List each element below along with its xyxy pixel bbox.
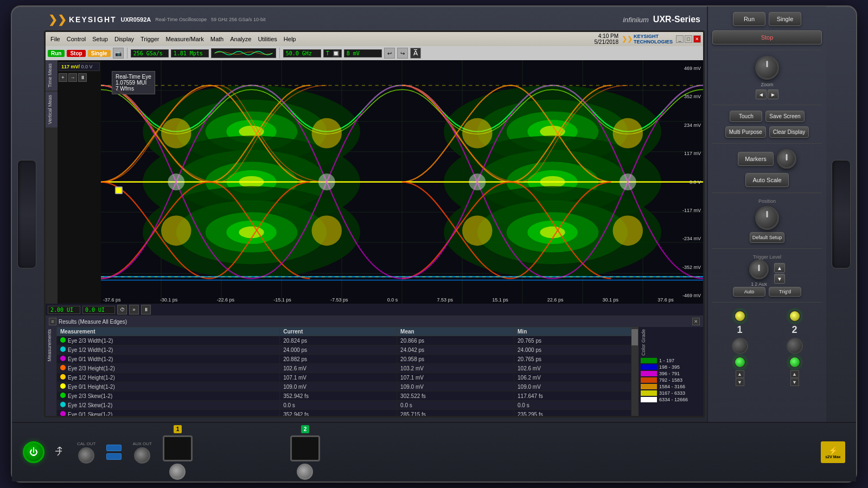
default-setup-button[interactable]: Default Setup	[750, 232, 785, 243]
ch1-bnc[interactable]	[169, 464, 186, 480]
ch2-knob[interactable]	[787, 338, 803, 354]
ts-pause[interactable]: ⏸	[141, 305, 151, 314]
svg-point-47	[312, 118, 342, 149]
table-row[interactable]: Eye 0/1 Height(1-2) 109.0 mV 109.0 mV 10…	[57, 382, 631, 391]
ui-value-field[interactable]: 2.00 UI	[48, 306, 80, 314]
grade-color-swatch	[641, 397, 657, 402]
ch1-down[interactable]: ▼	[736, 378, 744, 386]
separator	[127, 48, 127, 59]
menu-utilities[interactable]: Utilities	[255, 35, 279, 43]
scroll-thumb[interactable]	[631, 329, 638, 345]
position-knob[interactable]	[755, 206, 779, 230]
table-row[interactable]: Eye 1/2 Skew(1-2) 0.0 s 0.0 s 0.0 s	[57, 401, 631, 410]
markers-knob[interactable]	[777, 149, 796, 169]
multi-purpose-button[interactable]: Multi Purpose	[725, 126, 766, 138]
menu-trigger[interactable]: Trigger	[138, 35, 162, 43]
rp-single-button[interactable]: Single	[769, 12, 801, 26]
undo-icon[interactable]: ↩	[384, 48, 395, 59]
usb-port-1[interactable]	[106, 445, 122, 451]
row-measurement: Eye 1/2 Skew(1-2)	[57, 401, 280, 410]
auto-button[interactable]: Auto	[733, 287, 765, 297]
sample-rate-field[interactable]: 256 GSa/s	[131, 49, 169, 57]
ch1-port[interactable]	[163, 435, 193, 461]
trigger-ch1: 1	[751, 281, 754, 287]
separator2	[279, 48, 280, 59]
brand-right: infiniium UXR-Series	[623, 15, 700, 24]
table-row[interactable]: Eye 1/2 Height(1-2) 107.1 mV 107.1 mV 10…	[57, 373, 631, 382]
marker-dot[interactable]	[115, 187, 123, 194]
table-row[interactable]: Eye 1/2 Width(1-2) 24.000 ps 24.042 ps 2…	[57, 345, 631, 355]
menu-analyze[interactable]: Analyze	[227, 35, 254, 43]
ch1-up[interactable]: ▲	[736, 370, 744, 378]
redo-icon[interactable]: ↪	[397, 48, 408, 59]
time-meas-tab[interactable]: Time Meas	[46, 60, 58, 91]
ch1-knob[interactable]	[732, 338, 748, 354]
rp-stop-button[interactable]: Stop	[712, 30, 822, 44]
menu-math[interactable]: Math	[208, 35, 226, 43]
toolbar: Run Stop Single 📷 256 GSa/s 1.81 Mpts 50…	[46, 46, 703, 60]
ch-pause-btn[interactable]: ⏸	[78, 73, 87, 82]
close-button[interactable]: ✕	[693, 35, 701, 43]
trigger-controls: 1 2 Aux ▲ ▼	[712, 260, 822, 287]
table-row[interactable]: Eye 2/3 Height(1-2) 102.6 mV 103.2 mV 10…	[57, 364, 631, 373]
results-scrollbar[interactable]	[631, 327, 638, 416]
results-close[interactable]: ✕	[692, 318, 700, 325]
freq-field[interactable]: 50.0 GHz	[283, 49, 321, 57]
trigger-up-btn[interactable]: ▲	[774, 263, 785, 273]
clear-display-button[interactable]: Clear Display	[769, 126, 809, 138]
memory-field[interactable]: 1.81 Mpts	[171, 49, 209, 57]
row-current: 107.1 mV	[280, 373, 397, 382]
camera-icon[interactable]: 📷	[113, 48, 124, 59]
results-body: Measurements Measurement Current Mean Mi…	[46, 327, 703, 416]
stop-button[interactable]: Stop	[67, 50, 85, 57]
channel-label-area: 117 mV/ 0.0 V + → ⏸	[58, 60, 101, 304]
markers-button[interactable]: Markers	[738, 152, 774, 166]
ch-plus-btn[interactable]: +	[59, 73, 67, 82]
ch2-down[interactable]: ▼	[790, 378, 799, 386]
ts-arrow[interactable]: »	[129, 305, 139, 314]
menu-file[interactable]: File	[48, 35, 63, 43]
zoom-left-btn[interactable]: ◄	[756, 89, 767, 99]
table-row[interactable]: Eye 0/1 Width(1-2) 20.882 ps 20.958 ps 2…	[57, 355, 631, 364]
menu-control[interactable]: Control	[64, 35, 88, 43]
run-button[interactable]: Run	[48, 50, 65, 57]
minimize-button[interactable]: _	[676, 35, 684, 43]
zoom-right-btn[interactable]: ►	[768, 89, 778, 99]
save-screen-button[interactable]: Save Screen	[765, 111, 804, 122]
ch2-bnc[interactable]	[297, 464, 313, 480]
settings-icon[interactable]: A̅	[410, 48, 421, 59]
keysight-logo: ❯❯ KEYSIGHT	[48, 13, 117, 26]
measurements-side-tab[interactable]: Measurements	[46, 327, 56, 364]
trigger-level-field[interactable]: 8 mV	[344, 49, 382, 57]
menu-display[interactable]: Display	[112, 35, 137, 43]
power-button[interactable]: ⏻	[23, 441, 44, 463]
trigger-down-btn[interactable]: ▼	[774, 274, 785, 284]
ui-offset-field[interactable]: 0.0 UI	[82, 306, 115, 314]
series-name: UXR-Series	[653, 15, 700, 24]
t-label-5: 0.0 s	[387, 297, 398, 303]
row-color-indicator	[60, 402, 66, 407]
esd-warning: ⚡ ≤2V Max	[821, 441, 845, 463]
ch-arrow-btn[interactable]: →	[68, 73, 77, 82]
grade-range: 6334 - 12666	[659, 397, 688, 402]
zoom-knob[interactable]	[755, 56, 779, 80]
maximize-button[interactable]: □	[685, 35, 692, 43]
usb-port-2[interactable]	[106, 453, 122, 460]
trigger-knob[interactable]	[749, 260, 769, 279]
ch2-port[interactable]	[290, 435, 320, 461]
menu-setup[interactable]: Setup	[90, 35, 111, 43]
ts-icon[interactable]: ⏱	[117, 305, 127, 314]
vertical-meas-tab[interactable]: Vertical Meas	[46, 92, 58, 127]
ch2-up[interactable]: ▲	[790, 370, 799, 378]
auto-scale-button[interactable]: Auto Scale	[745, 173, 788, 187]
touch-button[interactable]: Touch	[730, 111, 762, 122]
single-button[interactable]: Single	[88, 50, 111, 57]
trig-d-button[interactable]: Trig'd	[769, 287, 801, 297]
rp-run-button[interactable]: Run	[733, 12, 765, 26]
menu-help[interactable]: Help	[281, 35, 299, 43]
menu-measure[interactable]: Measure/Mark	[163, 35, 206, 43]
table-row[interactable]: Eye 2/3 Skew(1-2) 352.942 fs 302.522 fs …	[57, 391, 631, 401]
tooltip-wfms: 7 Wfms	[116, 86, 151, 92]
table-row[interactable]: Eye 2/3 Width(1-2) 20.824 ps 20.866 ps 2…	[57, 336, 631, 345]
table-row[interactable]: Eye 0/1 Skew(1-2) 352.942 fs 285.715 fs …	[57, 410, 631, 416]
